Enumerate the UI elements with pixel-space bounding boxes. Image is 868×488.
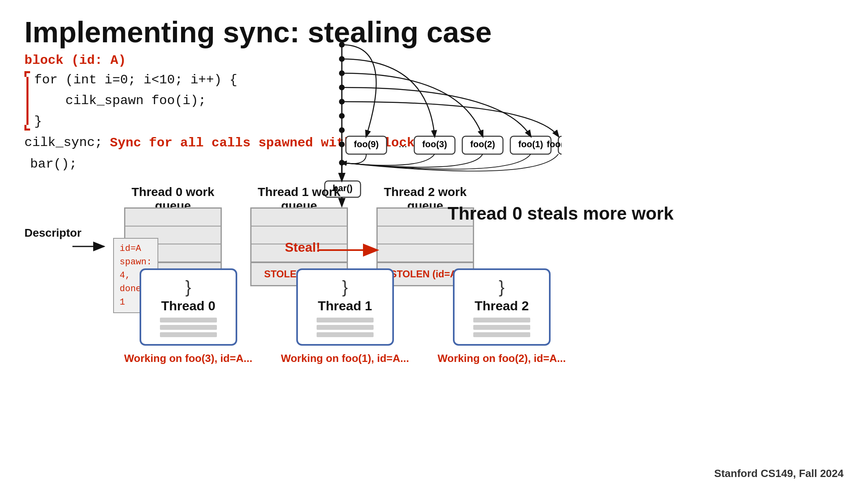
thread-2-name: Thread 2 — [474, 298, 529, 314]
code-line-2: cilk_spawn foo(i); — [34, 92, 237, 110]
code-line-3: } — [34, 113, 237, 131]
thread-1-curl: } — [342, 277, 348, 297]
dag-section: foo(9) ... foo(3) foo(2) foo(1) foo(0) — [317, 37, 562, 209]
thread-0-curl: } — [186, 277, 191, 297]
thread-0-line2 — [160, 325, 217, 330]
thread-2-caption: Working on foo(2), id=A... — [437, 352, 566, 365]
threads-row: } Thread 0 Working on foo(3), id=A... } … — [124, 268, 566, 365]
svg-text:foo(3): foo(3) — [422, 139, 447, 149]
descriptor-container: Descriptor id=A spawn: 4, done: 1 — [24, 227, 81, 240]
thread-1-line2 — [317, 325, 374, 330]
thread-0-caption: Working on foo(3), id=A... — [124, 352, 252, 365]
queue-0-cell-1 — [125, 209, 221, 227]
thread-1-caption: Working on foo(1), id=A... — [281, 352, 409, 365]
svg-text:foo(0): foo(0) — [547, 139, 562, 149]
svg-text:foo(1): foo(1) — [518, 139, 543, 149]
descriptor-arrow-svg — [72, 240, 109, 253]
thread-0-container: } Thread 0 Working on foo(3), id=A... — [124, 268, 252, 365]
svg-text:foo(9): foo(9) — [354, 139, 378, 149]
svg-text:foo(2): foo(2) — [470, 139, 495, 149]
queue-1-cell-1 — [251, 209, 347, 227]
steals-more-label: Thread 0 steals more work — [448, 203, 673, 224]
code-sync: cilk_sync; — [24, 134, 103, 152]
queue-2-cell-2 — [378, 227, 473, 244]
thread-1-line1 — [317, 318, 374, 322]
dag-svg: foo(9) ... foo(3) foo(2) foo(1) foo(0) — [317, 37, 562, 207]
thread-0-line1 — [160, 318, 217, 322]
descriptor-line1: id=A — [120, 242, 152, 255]
thread-1-box: } Thread 1 — [296, 268, 394, 346]
descriptor-label: Descriptor — [24, 227, 81, 239]
queue-2-cell-3 — [378, 244, 473, 262]
footer-label: Stanford CS149, Fall 2024 — [714, 467, 844, 480]
code-line-1: for (int i=0; i<10; i++) { — [34, 71, 237, 89]
thread-1-line3 — [317, 332, 374, 337]
svg-text:...: ... — [398, 137, 407, 150]
code-lines: for (int i=0; i<10; i++) { cilk_spawn fo… — [34, 71, 237, 131]
thread-1-lines — [317, 318, 374, 337]
thread-2-line2 — [473, 325, 530, 330]
thread-2-container: } Thread 2 Working on foo(2), id=A... — [437, 268, 566, 365]
steal-label: Steal! — [285, 240, 320, 255]
thread-0-box: } Thread 0 — [140, 268, 237, 346]
svg-point-6 — [339, 113, 345, 119]
thread-2-curl: } — [499, 277, 505, 297]
svg-point-7 — [339, 127, 345, 133]
thread-1-container: } Thread 1 Working on foo(1), id=A... — [281, 268, 409, 365]
thread-0-line3 — [160, 332, 217, 337]
svg-point-8 — [339, 142, 345, 147]
thread-2-lines — [473, 318, 530, 337]
steal-arrow — [317, 240, 383, 260]
slide: Implementing sync: stealing case block (… — [0, 0, 868, 488]
thread-0-name: Thread 0 — [161, 298, 215, 314]
thread-2-line3 — [473, 332, 530, 337]
thread-1-name: Thread 1 — [318, 298, 372, 314]
red-bracket — [24, 71, 30, 131]
thread-2-box: } Thread 2 — [453, 268, 551, 346]
thread-0-lines — [160, 318, 217, 337]
thread-2-line1 — [473, 318, 530, 322]
